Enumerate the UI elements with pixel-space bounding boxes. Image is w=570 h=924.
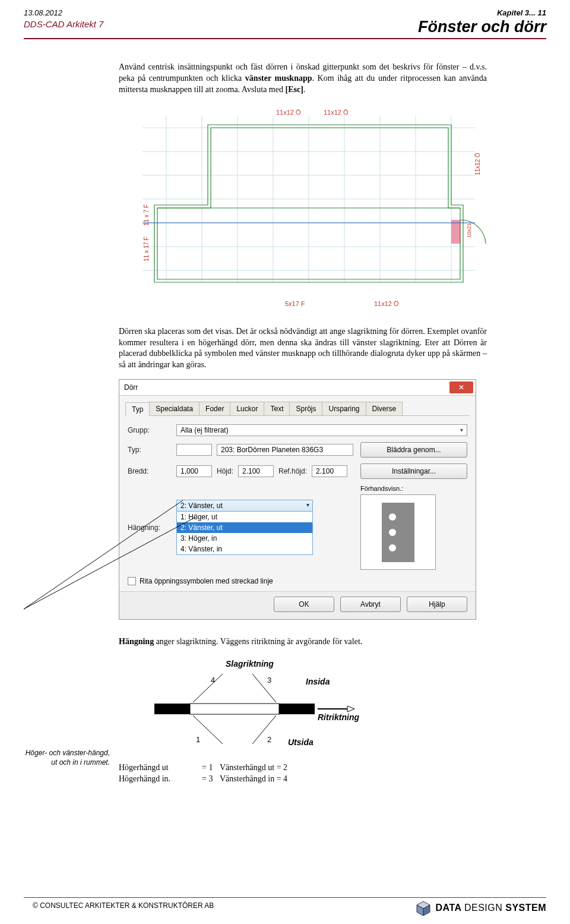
text: . [303,85,306,94]
svg-text:Slagriktning: Slagriktning [226,659,274,668]
hangning-combo[interactable]: 2: Vänster, ut 1: Höger, ut 2: Vänster, … [176,500,313,555]
header-date: 13.08.2012 [24,8,62,17]
svg-text:11 x 17 F: 11 x 17 F [143,236,150,261]
door-preview [360,494,436,570]
paragraph-2: Dörren ska placeras som det visas. Det ä… [119,326,487,371]
svg-text:11 x 7 F: 11 x 7 F [143,204,150,226]
text-bold: [Esc] [285,85,303,94]
text: = 1 [202,763,220,772]
typ-label: Typ: [128,446,169,454]
svg-text:4: 4 [211,676,215,685]
dialog-title: Dörr [124,383,138,392]
page-title: Fönster och dörr [418,18,546,36]
svg-text:11x12 Ö: 11x12 Ö [474,153,481,175]
footer-copyright: © CONSULTEC ARKITEKTER & KONSTRUKTÖRER A… [33,901,214,910]
hangning-selected[interactable]: 2: Vänster, ut [176,500,313,512]
svg-rect-34 [154,704,190,714]
svg-line-31 [252,674,276,702]
hangning-opt-3[interactable]: 3: Höger, in [177,533,312,544]
svg-text:5x17 F: 5x17 F [285,300,305,307]
refhojd-label: Ref.höjd: [278,467,307,475]
settings-button[interactable]: Inställningar... [360,463,467,479]
tab-sprojs[interactable]: Spröjs [289,402,322,415]
footer-rule [24,897,546,898]
text: = 3 [202,774,220,784]
header-rule [24,38,546,39]
tab-ursparing[interactable]: Ursparing [322,402,366,415]
hangning-label: Hängning: [128,524,169,532]
tab-typ[interactable]: Typ [125,402,150,416]
text: Högerhängd ut [119,763,202,772]
dashed-symbol-checkbox[interactable] [128,577,136,585]
svg-line-33 [252,715,276,744]
hojd-label: Höjd: [217,467,233,475]
svg-marker-38 [347,706,354,712]
close-icon[interactable]: ✕ [449,381,473,393]
preview-label: Förhandsvisn.: [360,485,467,492]
svg-text:3: 3 [267,676,271,685]
tab-specialdata[interactable]: Specialdata [149,402,200,415]
browse-button[interactable]: Bläddra genom... [360,442,467,458]
header-chapter: Kapitel 3... 11 [497,8,546,17]
hojd-input[interactable]: 2.100 [238,465,274,477]
svg-text:11x12 Ö: 11x12 Ö [276,109,301,116]
paragraph-3: Hängning anger slagriktning. Väggens rit… [119,636,487,648]
text: DATA [435,903,464,913]
text: SYSTEM [505,903,546,913]
tab-foder[interactable]: Foder [199,402,230,415]
svg-text:11x12 Ö: 11x12 Ö [324,109,349,116]
cube-icon [415,900,432,917]
refhojd-input[interactable]: 2.100 [312,465,347,477]
svg-text:Utsida: Utsida [288,737,314,747]
hangning-opt-4[interactable]: 4: Vänster, in [177,544,312,554]
grupp-combo[interactable]: Alla (ej filtrerat) [176,424,467,436]
tab-diverse[interactable]: Diverse [366,402,403,415]
hangning-opt-1[interactable]: 1: Höger, ut [177,512,312,522]
door-dialog: Dörr ✕ Typ Specialdata Foder Luckor Text… [119,379,476,620]
svg-rect-17 [451,220,461,244]
hanging-table: Högerhängd ut = 1 Vänsterhängd ut = 2 Hö… [119,763,487,784]
typ-name-display: 203: BorDörren Planeten 836G3 [217,444,353,456]
tab-text[interactable]: Text [264,402,290,415]
dashed-symbol-label: Rita öppningssymbolen med streckad linje [140,577,273,585]
footer-brand: DATA DESIGN SYSTEM [415,900,546,917]
text: Vänsterhängd ut = 2 [220,763,327,772]
svg-text:2: 2 [267,735,271,744]
bredd-input[interactable]: 1,000 [176,465,212,477]
bredd-label: Bredd: [128,467,169,475]
svg-text:11x12 Ö: 11x12 Ö [374,300,399,307]
text: anger slagriktning. Väggens ritriktning … [154,637,362,646]
svg-text:10x21: 10x21 [466,223,472,238]
hangning-opt-2[interactable]: 2: Vänster, ut [177,522,312,533]
svg-text:Ritriktning: Ritriktning [318,712,359,722]
tab-luckor[interactable]: Luckor [230,402,264,415]
paragraph-1: Använd centrisk insättningspunkt och fäs… [119,62,487,96]
ok-button[interactable]: OK [274,597,334,612]
svg-rect-36 [279,704,315,714]
svg-rect-35 [190,704,279,714]
cancel-button[interactable]: Avbryt [340,597,401,612]
svg-line-30 [193,674,223,702]
typ-code-input[interactable] [176,444,212,456]
text-bold: vänster musknapp [245,74,312,83]
svg-text:1: 1 [196,735,200,744]
grupp-label: Grupp: [128,426,169,434]
header-app: DDS-CAD Arkitekt 7 [24,19,103,29]
svg-text:Insida: Insida [306,677,330,686]
text-bold: Hängning [119,637,154,646]
floor-plan-figure: 11x12 Ö 11x12 Ö 11x12 Ö 11 x 7 F 11 x 17… [119,104,487,318]
margin-note: Höger- och vänster-hängd, ut och in i ru… [24,749,110,767]
dialog-tabs: Typ Specialdata Foder Luckor Text Spröjs… [125,402,470,416]
help-button[interactable]: Hjälp [407,597,467,612]
text: Högerhängd in. [119,774,202,784]
text: DESIGN [464,903,505,913]
text: Vänsterhängd in = 4 [220,774,327,784]
slag-diagram: Slagriktning 4 3 1 2 Insida [134,656,371,757]
